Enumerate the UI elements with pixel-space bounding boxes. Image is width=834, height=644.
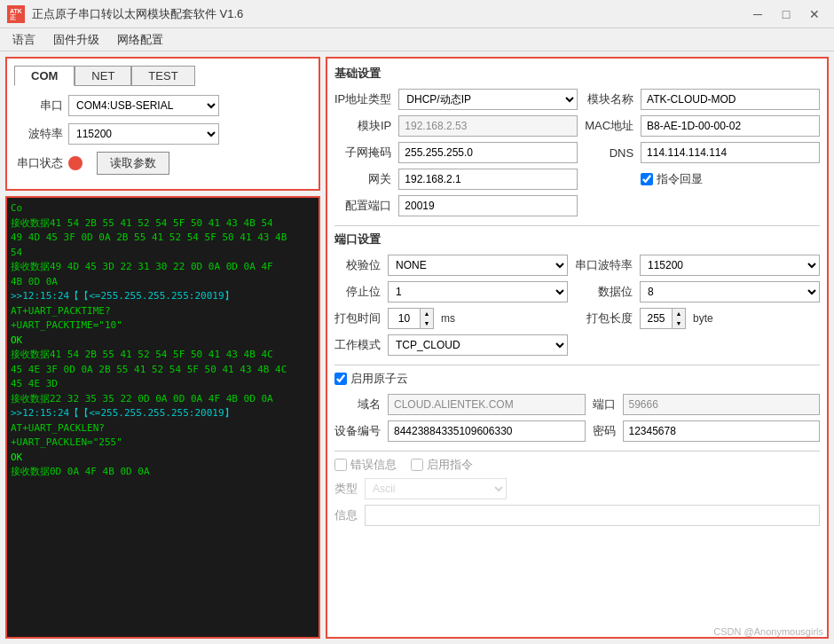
maximize-button[interactable]: □ (774, 4, 799, 24)
enable-cmd-text: 启用指令 (427, 457, 473, 473)
menu-network[interactable]: 网络配置 (108, 30, 172, 50)
pack-len-down[interactable]: ▼ (673, 318, 685, 328)
main-content: COM NET TEST 串口 COM4:USB-SERIAL 波特率 1152… (0, 51, 834, 644)
menu-firmware[interactable]: 固件升级 (44, 30, 108, 50)
dns-input[interactable] (641, 142, 820, 163)
config-port-input[interactable] (398, 195, 578, 216)
serial-baud-select[interactable]: 115200 (640, 255, 820, 276)
work-mode-label: 工作模式 (334, 337, 381, 353)
window-title: 正点原子串口转以太网模块配套软件 V1.6 (32, 6, 243, 22)
log-line: 45 4E 3F 0D 0A 2B 55 41 52 54 5F 50 41 4… (11, 363, 315, 378)
left-panel: COM NET TEST 串口 COM4:USB-SERIAL 波特率 1152… (5, 57, 320, 639)
pack-time-down[interactable]: ▼ (421, 318, 433, 328)
mac-label: MAC地址 (585, 118, 633, 134)
pack-time-spinbox: ▲ ▼ (388, 308, 434, 329)
divider-2 (334, 365, 820, 365)
basic-settings-grid: IP地址类型 DHCP/动态IP 模块名称 模块IP MAC地址 子网掩码 DN… (334, 89, 820, 216)
ip-type-select[interactable]: DHCP/动态IP (398, 89, 578, 110)
pack-len-label: 打包长度 (575, 310, 633, 326)
cloud-enable-label: 启用原子云 (334, 371, 408, 387)
info-input (365, 505, 820, 526)
work-mode-select[interactable]: TCP_CLOUD (388, 334, 568, 356)
type-select: Ascii (365, 478, 507, 499)
pack-len-input[interactable] (641, 309, 672, 328)
data-bits-select[interactable]: 8 (640, 281, 820, 302)
error-info-checkbox[interactable] (334, 459, 347, 471)
pack-time-label: 打包时间 (334, 310, 381, 326)
tab-row: COM NET TEST (14, 66, 311, 86)
verify-label: 校验位 (334, 257, 381, 273)
pack-len-arrows: ▲ ▼ (672, 309, 685, 328)
module-name-input[interactable] (641, 89, 820, 110)
log-line: 接收数据41 54 2B 55 41 52 54 5F 50 41 43 4B … (11, 348, 315, 363)
log-line: OK (11, 451, 315, 466)
enable-cmd-label: 启用指令 (411, 457, 473, 473)
serial-status-label: 串口状态 (14, 155, 63, 171)
port-settings-grid: 校验位 NONE 串口波特率 115200 停止位 1 数据位 8 打包时间 (334, 255, 820, 356)
ip-type-label: IP地址类型 (334, 91, 391, 107)
pack-len-spinbox: ▲ ▼ (640, 308, 686, 329)
cloud-port-label: 端口 (593, 397, 616, 412)
serial-port-select[interactable]: COM4:USB-SERIAL (68, 95, 219, 116)
close-button[interactable]: ✕ (802, 4, 827, 24)
tab-net[interactable]: NET (75, 66, 131, 86)
subnet-input[interactable] (398, 142, 578, 163)
bottom-check-row: 错误信息 启用指令 (334, 457, 820, 473)
log-line: OK (11, 334, 315, 349)
basic-settings-title: 基础设置 (334, 66, 820, 82)
pack-time-arrows: ▲ ▼ (420, 309, 433, 328)
pack-len-up[interactable]: ▲ (673, 309, 685, 318)
stop-label: 停止位 (334, 284, 381, 300)
cmd-echo-checkbox-label: 指令回显 (641, 171, 703, 187)
menu-language[interactable]: 语言 (4, 30, 44, 50)
data-bits-label: 数据位 (575, 284, 633, 300)
log-line: 54 (11, 246, 315, 261)
dns-label: DNS (585, 146, 633, 160)
verify-select[interactable]: NONE (388, 255, 568, 276)
error-cmd-section: 错误信息 启用指令 类型 Ascii 信息 (334, 457, 820, 526)
module-ip-label: 模块IP (334, 118, 391, 134)
tab-com[interactable]: COM (14, 66, 75, 86)
cmd-echo-checkbox[interactable] (641, 173, 653, 185)
pack-time-unit: ms (441, 312, 455, 325)
baud-rate-select[interactable]: 115200 (68, 123, 219, 145)
pack-time-input[interactable] (389, 309, 420, 328)
cloud-section-header: 启用原子云 (334, 371, 820, 387)
app-icon: ATK正 (7, 5, 25, 23)
minimize-button[interactable]: ─ (745, 4, 770, 24)
domain-input[interactable] (388, 394, 586, 415)
title-bar-left: ATK正 正点原子串口转以太网模块配套软件 V1.6 (7, 5, 243, 23)
module-name-label: 模块名称 (585, 91, 633, 107)
enable-cmd-checkbox[interactable] (411, 459, 423, 471)
error-info-label: 错误信息 (334, 457, 397, 473)
log-line: 接收数据22 32 35 35 22 0D 0A 0D 0A 4F 4B 0D … (11, 392, 315, 407)
device-id-input[interactable] (388, 420, 586, 442)
log-line: 4B 0D 0A (11, 275, 315, 290)
log-line: +UART_PACKTIME="10" (11, 318, 315, 334)
gateway-input[interactable] (398, 169, 578, 190)
module-ip-input[interactable] (398, 115, 578, 137)
status-indicator (68, 156, 83, 170)
cloud-enable-checkbox[interactable] (334, 373, 347, 385)
baud-rate-row: 波特率 115200 (14, 123, 311, 145)
password-input[interactable] (623, 420, 821, 442)
menu-bar: 语言 固件升级 网络配置 (0, 28, 834, 51)
gateway-label: 网关 (334, 171, 391, 187)
mac-input[interactable] (641, 115, 820, 137)
log-line: 接收数据41 54 2B 55 41 52 54 5F 50 41 43 4B … (11, 216, 315, 232)
log-line: AT+UART_PACKLEN? (11, 421, 315, 436)
cloud-grid: 域名 端口 设备编号 密码 (334, 394, 820, 442)
divider-3 (334, 451, 820, 452)
log-area: Co接收数据41 54 2B 55 41 52 54 5F 50 41 43 4… (5, 196, 320, 639)
tab-test[interactable]: TEST (131, 66, 194, 86)
read-params-button[interactable]: 读取参数 (97, 152, 169, 175)
cmd-echo-text: 指令回显 (657, 171, 703, 187)
pack-len-unit: byte (693, 312, 713, 325)
pack-time-up[interactable]: ▲ (421, 309, 433, 318)
serial-status-row: 串口状态 读取参数 (14, 152, 311, 175)
cloud-port-input[interactable] (623, 394, 821, 415)
title-bar: ATK正 正点原子串口转以太网模块配套软件 V1.6 ─ □ ✕ (0, 0, 834, 28)
stop-select[interactable]: 1 (388, 281, 568, 302)
basic-settings-section: 基础设置 IP地址类型 DHCP/动态IP 模块名称 模块IP MAC地址 子网… (334, 66, 820, 216)
window-controls: ─ □ ✕ (745, 4, 827, 24)
